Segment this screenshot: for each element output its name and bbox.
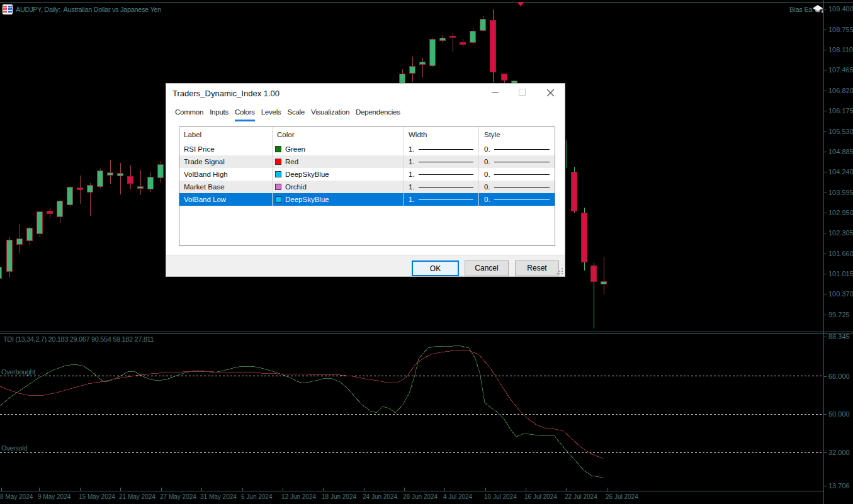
- time-label: 4 Jul 2024: [443, 493, 472, 500]
- tdi-red-line: [0, 350, 603, 459]
- color-swatch: [275, 146, 281, 152]
- cell-label: Trade Signal: [179, 155, 273, 168]
- cell-color: DeepSkyBlue: [273, 193, 404, 206]
- cell-color: Green: [273, 143, 404, 155]
- price-tick: [824, 172, 827, 172]
- tab-levels[interactable]: Levels: [261, 108, 281, 121]
- price-label: 101.660: [828, 250, 853, 257]
- tab-visualization[interactable]: Visualization: [311, 108, 349, 121]
- minimize-button[interactable]: [492, 92, 499, 93]
- price-tick: [824, 452, 827, 453]
- tab-inputs[interactable]: Inputs: [210, 108, 229, 121]
- price-label: 108.755: [828, 26, 853, 33]
- color-name: DeepSkyBlue: [285, 196, 329, 203]
- table-row-volband-high[interactable]: VolBand HighDeepSkyBlue1.0.: [179, 168, 555, 181]
- price-label: 88.345: [828, 333, 850, 340]
- price-tick: [824, 193, 827, 193]
- colors-table: LabelColorWidthStyle RSI PriceGreen1.0.T…: [179, 126, 555, 246]
- time-label: 24 Jun 2024: [363, 493, 397, 500]
- tab-colors[interactable]: Colors: [235, 108, 255, 121]
- price-tick: [824, 315, 827, 315]
- price-tick: [824, 91, 827, 91]
- cell-style: 0.: [479, 193, 555, 206]
- time-label: 27 May 2024: [160, 493, 196, 500]
- cell-color: DeepSkyBlue: [273, 168, 404, 181]
- time-tick: [404, 488, 405, 491]
- close-button[interactable]: [547, 89, 554, 96]
- tab-common[interactable]: Common: [175, 108, 203, 121]
- price-label: 99.725: [828, 311, 850, 318]
- cell-color: Orchid: [273, 181, 404, 193]
- time-tick: [607, 488, 607, 491]
- time-tick: [323, 488, 324, 491]
- time-label: 26 Jul 2024: [606, 493, 638, 500]
- price-label: 68.000: [828, 372, 850, 380]
- resize-grip[interactable]: [556, 268, 563, 274]
- column-header-style[interactable]: Style: [479, 127, 555, 143]
- time-label: 8 May 2024: [0, 493, 33, 500]
- tab-scale[interactable]: Scale: [287, 108, 305, 121]
- price-label: 106.820: [828, 87, 853, 94]
- cancel-button[interactable]: Cancel: [465, 260, 509, 276]
- price-tick: [824, 9, 827, 9]
- column-header-color[interactable]: Color: [273, 127, 404, 143]
- time-tick: [283, 488, 283, 491]
- indicator-properties-dialog: Traders_Dynamic_Index 1.00 CommonInputsC…: [166, 83, 565, 277]
- price-label: 100.370: [828, 290, 853, 298]
- tab-dependencies[interactable]: Dependencies: [356, 108, 400, 121]
- dialog-title: Traders_Dynamic_Index 1.00: [172, 89, 280, 98]
- price-label: 101.015: [828, 270, 853, 277]
- cell-label: VolBand Low: [179, 193, 273, 206]
- maximize-button[interactable]: [519, 89, 526, 96]
- cell-label: VolBand High: [179, 168, 273, 181]
- time-tick: [444, 488, 445, 491]
- reset-button[interactable]: Reset: [515, 260, 559, 276]
- price-tick: [824, 414, 827, 415]
- price-tick: [824, 274, 827, 274]
- cell-width: 1.: [404, 155, 479, 168]
- price-label: 50.000: [828, 410, 850, 418]
- price-tick: [824, 486, 827, 486]
- column-header-label[interactable]: Label: [179, 127, 273, 143]
- color-swatch: [275, 159, 281, 165]
- time-tick: [39, 488, 40, 491]
- price-tick: [824, 233, 827, 233]
- cell-style: 0.: [479, 143, 555, 155]
- chart-window: AUDJPY, Daily: Australian Dollar vs Japa…: [0, 0, 853, 504]
- time-label: 12 Jun 2024: [281, 493, 316, 500]
- price-tick: [824, 70, 827, 70]
- color-name: Orchid: [285, 183, 307, 191]
- ok-button[interactable]: OK: [412, 260, 459, 276]
- table-row-rsi-price[interactable]: RSI PriceGreen1.0.: [179, 143, 555, 155]
- time-tick: [485, 488, 486, 491]
- time-label: 28 Jun 2024: [403, 493, 438, 500]
- time-label: 16 Jul 2024: [524, 493, 557, 500]
- time-tick: [566, 488, 567, 491]
- color-swatch: [275, 171, 281, 177]
- column-header-width[interactable]: Width: [404, 127, 479, 143]
- time-label: 6 Jun 2024: [241, 493, 273, 500]
- time-tick: [80, 488, 81, 491]
- price-tick: [824, 213, 827, 213]
- price-tick: [824, 376, 827, 377]
- time-tick: [1, 488, 2, 491]
- color-name: Green: [285, 145, 305, 153]
- time-tick: [120, 488, 121, 491]
- time-label: 31 May 2024: [200, 493, 237, 500]
- cell-style: 0.: [479, 168, 555, 181]
- dialog-button-bar: OK Cancel Reset: [166, 255, 565, 276]
- cell-style: 0.: [479, 181, 555, 193]
- table-row-market-base[interactable]: Market BaseOrchid1.0.: [179, 181, 555, 193]
- cell-style: 0.: [479, 155, 555, 168]
- price-label: 102.305: [828, 229, 853, 237]
- time-label: 9 May 2024: [38, 493, 71, 500]
- price-tick: [824, 30, 827, 30]
- table-row-trade-signal[interactable]: Trade SignalRed1.0.: [179, 155, 555, 168]
- table-row-volband-low[interactable]: VolBand LowDeepSkyBlue1.0.: [179, 193, 555, 206]
- price-tick: [824, 254, 827, 254]
- price-tick: [824, 132, 827, 132]
- table-header: LabelColorWidthStyle: [179, 127, 555, 143]
- price-label: 102.950: [828, 209, 853, 216]
- price-label: 104.885: [828, 148, 853, 155]
- price-label: 13.706: [828, 482, 850, 490]
